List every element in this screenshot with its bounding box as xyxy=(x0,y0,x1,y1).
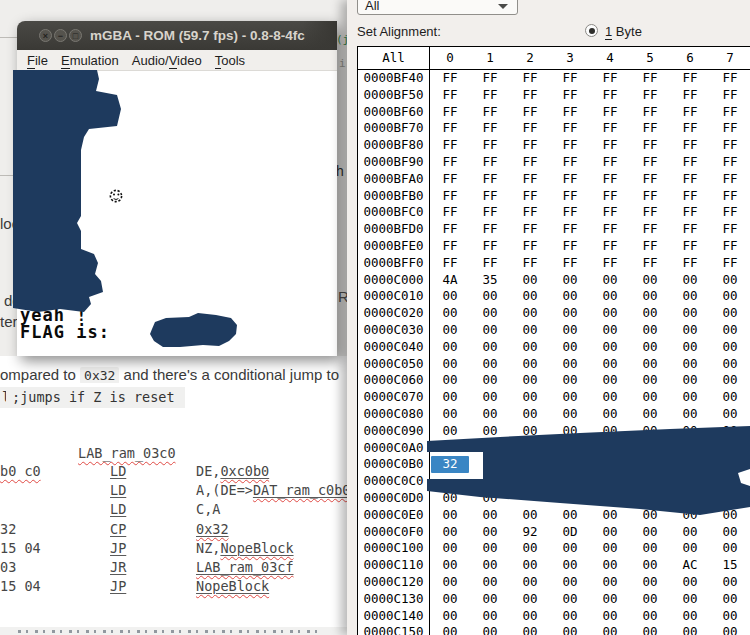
memory-cell[interactable]: FF xyxy=(510,104,550,121)
memory-cell[interactable]: 00 xyxy=(590,356,630,373)
memory-cell[interactable]: 00 xyxy=(670,305,710,322)
assembly-mnemonic[interactable]: CP xyxy=(110,521,126,537)
memory-cell[interactable]: 00 xyxy=(510,272,550,289)
memory-cell[interactable]: 92 xyxy=(510,524,550,541)
memory-cell[interactable]: FF xyxy=(430,255,470,272)
memory-cell[interactable] xyxy=(710,490,750,507)
memory-cell[interactable]: 00 xyxy=(510,305,550,322)
assembly-label[interactable]: LAB_ram_03c0 xyxy=(78,445,176,461)
memory-cell[interactable] xyxy=(710,456,750,473)
memory-cell[interactable] xyxy=(510,490,550,507)
assembly-operand-link[interactable]: NopeBlock xyxy=(196,578,269,594)
memory-cell[interactable]: FF xyxy=(630,204,670,221)
memory-cell[interactable]: FF xyxy=(670,238,710,255)
memory-cell[interactable]: 00 xyxy=(470,574,510,591)
memory-cell[interactable]: 00 xyxy=(670,372,710,389)
memory-cell[interactable]: FF xyxy=(670,154,710,171)
memory-cell[interactable]: 00 xyxy=(430,356,470,373)
minimize-icon[interactable]: − xyxy=(54,29,67,42)
memory-cell[interactable]: 00 xyxy=(590,574,630,591)
memory-cell[interactable]: 00 xyxy=(550,591,590,608)
memory-cell[interactable] xyxy=(470,440,510,457)
memory-cell[interactable]: 00 xyxy=(510,372,550,389)
memory-cell[interactable]: 00 xyxy=(590,608,630,625)
memory-cell[interactable]: FF xyxy=(590,120,630,137)
memory-cell[interactable]: 00 xyxy=(550,322,590,339)
memory-cell[interactable]: 00 xyxy=(430,423,470,440)
memory-cell[interactable]: 00 xyxy=(670,389,710,406)
memory-cell[interactable]: 00 xyxy=(510,339,550,356)
memory-cell[interactable] xyxy=(470,456,510,473)
memory-cell[interactable]: FF xyxy=(670,188,710,205)
memory-cell[interactable]: 00 xyxy=(510,406,550,423)
memory-cell[interactable]: 00 xyxy=(510,540,550,557)
memory-cell[interactable]: 00 xyxy=(470,591,510,608)
memory-cell[interactable]: 00 xyxy=(630,288,670,305)
memory-cell[interactable]: 00 xyxy=(710,372,750,389)
memory-cell[interactable]: 00 xyxy=(430,305,470,322)
memory-cell[interactable]: FF xyxy=(430,120,470,137)
memory-cell[interactable]: 00 xyxy=(510,288,550,305)
memory-cell[interactable]: FF xyxy=(510,255,550,272)
memory-cell[interactable]: 00 xyxy=(670,423,710,440)
memory-cell[interactable] xyxy=(670,440,710,457)
memory-cell[interactable] xyxy=(710,473,750,490)
memory-cell[interactable]: FF xyxy=(510,171,550,188)
memory-cell[interactable]: 00 xyxy=(550,624,590,635)
memory-cell[interactable] xyxy=(630,456,670,473)
memory-cell[interactable]: FF xyxy=(590,171,630,188)
assembly-operand-link[interactable]: DAT_ram_c0b0 xyxy=(253,482,351,498)
memory-cell[interactable]: FF xyxy=(710,204,750,221)
memory-cell[interactable]: FF xyxy=(630,70,670,87)
memory-cell[interactable]: FF xyxy=(550,70,590,87)
memory-cell[interactable]: FF xyxy=(430,87,470,104)
memory-cell[interactable]: 00 xyxy=(470,608,510,625)
memory-cell[interactable] xyxy=(630,440,670,457)
memory-cell[interactable]: 00 xyxy=(590,288,630,305)
memory-cell[interactable]: 00 xyxy=(670,356,710,373)
memory-cell[interactable]: FF xyxy=(630,154,670,171)
memory-cell[interactable]: 00 xyxy=(510,557,550,574)
memory-cell[interactable]: FF xyxy=(510,120,550,137)
memory-cell[interactable]: FF xyxy=(550,255,590,272)
memory-cell[interactable]: 00 xyxy=(630,608,670,625)
memory-cell[interactable]: 00 xyxy=(630,524,670,541)
memory-cell[interactable]: 00 xyxy=(470,372,510,389)
titlebar[interactable]: × − □ mGBA - ROM (59.7 fps) - 0.8-8-4fc xyxy=(17,21,337,50)
memory-cell[interactable]: FF xyxy=(510,221,550,238)
memory-cell[interactable]: 00 xyxy=(590,322,630,339)
memory-cell[interactable]: 00 xyxy=(470,540,510,557)
memory-cell[interactable]: 00 xyxy=(710,305,750,322)
memory-cell[interactable]: 00 xyxy=(590,305,630,322)
memory-cell[interactable]: FF xyxy=(510,204,550,221)
memory-cell[interactable]: 00 xyxy=(710,608,750,625)
memory-cell[interactable]: FF xyxy=(470,238,510,255)
memory-cell[interactable]: FF xyxy=(630,171,670,188)
memory-cell[interactable]: 00 xyxy=(710,322,750,339)
memory-cell[interactable] xyxy=(550,473,590,490)
memory-cell[interactable]: FF xyxy=(430,171,470,188)
memory-cell[interactable]: 00 xyxy=(550,372,590,389)
memory-cell[interactable]: FF xyxy=(510,238,550,255)
memory-cell[interactable]: FF xyxy=(630,137,670,154)
memory-cell[interactable] xyxy=(590,456,630,473)
memory-cell[interactable] xyxy=(550,490,590,507)
memory-cell[interactable]: 32 xyxy=(431,456,469,473)
memory-cell[interactable]: 00 xyxy=(470,624,510,635)
memory-cell[interactable]: 00 xyxy=(590,272,630,289)
memory-cell[interactable]: FF xyxy=(710,87,750,104)
memory-cell[interactable]: 00 xyxy=(550,507,590,524)
memory-cell[interactable]: 00 xyxy=(630,540,670,557)
memory-cell[interactable]: FF xyxy=(470,87,510,104)
memory-cell[interactable]: FF xyxy=(590,221,630,238)
memory-cell[interactable]: 00 xyxy=(630,574,670,591)
memory-cell[interactable]: FF xyxy=(670,120,710,137)
memory-cell[interactable]: AC xyxy=(670,557,710,574)
memory-cell[interactable]: FF xyxy=(630,238,670,255)
memory-cell[interactable]: 00 xyxy=(670,591,710,608)
memory-cell[interactable]: FF xyxy=(430,137,470,154)
memory-cell[interactable]: FF xyxy=(670,70,710,87)
memory-cell[interactable]: FF xyxy=(470,221,510,238)
assembly-operand-link[interactable]: NopeBlock xyxy=(220,540,293,556)
memory-cell[interactable]: 00 xyxy=(710,423,750,440)
